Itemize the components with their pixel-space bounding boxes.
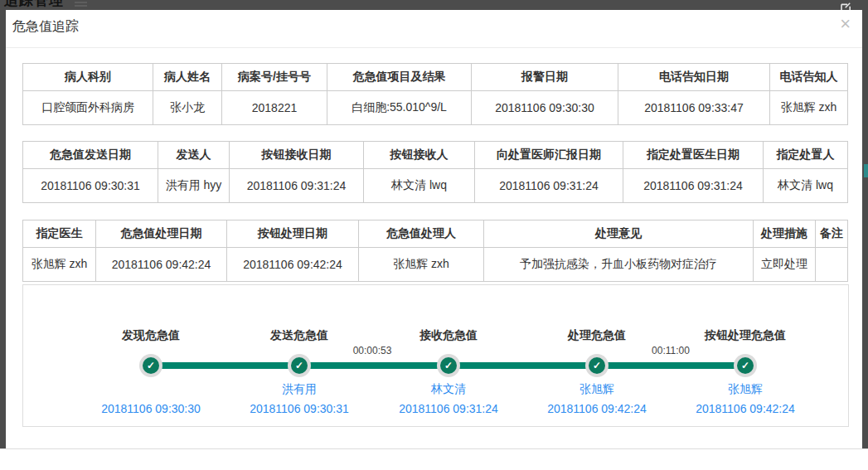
column-header: 按钮接收人	[364, 142, 475, 169]
table-cell: 张小龙	[153, 91, 222, 125]
table-cell: 20181106 09:31:24	[230, 169, 364, 203]
table-cell: 林文清 lwq	[364, 169, 475, 203]
column-header: 危急值处理日期	[96, 220, 227, 248]
step-node: ✓	[139, 354, 162, 377]
column-header: 按钮处理日期	[227, 220, 359, 248]
page-title: 追踪管理	[4, 0, 64, 9]
timeline-step-button-handle: 按钮处理危急值 ✓ 张旭辉 20181106 09:42:24	[671, 285, 820, 426]
column-header: 危急值发送日期	[23, 142, 158, 169]
column-header: 按钮接收日期	[230, 142, 364, 169]
column-header: 处理措施	[754, 220, 816, 248]
table-cell: 20181106 09:31:24	[475, 169, 623, 203]
step-datetime: 20181106 09:31:24	[374, 402, 523, 415]
table-row: 20181106 09:30:31 洪有用 hyy 20181106 09:31…	[23, 169, 848, 203]
check-icon: ✓	[291, 357, 308, 374]
timeline-step-handle: 处理危急值 ✓ 张旭辉 20181106 09:42:24	[522, 285, 672, 426]
table-cell: 立即处理	[754, 248, 816, 282]
table-cell: 20181106 09:42:24	[227, 248, 359, 282]
table-cell: 张旭辉 zxh	[23, 248, 96, 282]
handling-table: 指定医生 危急值处理日期 按钮处理日期 危急值处理人 处理意见 处理措施 备注 …	[22, 220, 848, 282]
step-datetime: 20181106 09:42:24	[522, 402, 672, 415]
column-header: 指定处置医生日期	[623, 142, 764, 169]
column-header: 电话告知人	[770, 64, 848, 91]
patient-info-table: 病人科别 病人姓名 病案号/挂号号 危急值项目及结果 报警日期 电话告知日期 电…	[22, 63, 848, 125]
column-header: 处理意见	[484, 220, 754, 248]
timeline-panel: 00:00:53 00:11:00 发现危急值 ✓ 20181106 09:30…	[22, 284, 849, 427]
table-cell: 予加强抗感染，升血小板药物对症治疗	[484, 248, 754, 282]
step-node: ✓	[437, 354, 460, 377]
table-row: 张旭辉 zxh 20181106 09:42:24 20181106 09:42…	[23, 248, 848, 282]
step-datetime: 20181106 09:30:31	[225, 402, 374, 415]
step-label: 按钮处理危急值	[671, 328, 820, 343]
screen: 追踪管理 危急值追踪 × 病人科别 病人姓名 病案号/挂号号 危急值项目及结果	[0, 0, 868, 470]
column-header: 备注	[816, 220, 848, 248]
column-header: 病案号/挂号号	[222, 64, 327, 91]
column-header: 报警日期	[472, 64, 618, 91]
timeline-step-send: 发送危急值 ✓ 洪有用 20181106 09:30:31	[225, 285, 374, 426]
table-cell: 白细胞:55.010^9/L	[327, 91, 472, 125]
step-label: 发送危急值	[225, 328, 374, 343]
check-icon: ✓	[143, 357, 159, 374]
check-icon: ✓	[589, 357, 605, 374]
table-cell: 20181106 09:30:30	[472, 91, 618, 125]
step-datetime: 20181106 09:42:24	[671, 402, 820, 415]
table-cell: 20181106 09:31:24	[623, 169, 764, 203]
column-header: 指定医生	[23, 220, 96, 248]
step-label: 接收危急值	[374, 328, 523, 343]
column-header: 危急值处理人	[359, 220, 484, 248]
column-header: 病人姓名	[153, 64, 222, 91]
column-header: 指定处置人	[764, 142, 848, 169]
table-cell: 张旭辉 zxh	[359, 248, 484, 282]
step-person: 林文清	[374, 382, 523, 397]
step-label: 处理危急值	[522, 328, 672, 343]
step-label: 发现危急值	[76, 328, 225, 343]
modal-title: 危急值追踪	[12, 18, 79, 36]
table-cell: 林文清 lwq	[764, 169, 848, 203]
table-header-row: 指定医生 危急值处理日期 按钮处理日期 危急值处理人 处理意见 处理措施 备注	[23, 220, 848, 248]
send-receive-table: 危急值发送日期 发送人 按钮接收日期 按钮接收人 向处置医师汇报日期 指定处置医…	[22, 141, 848, 203]
step-datetime: 20181106 09:30:30	[76, 402, 225, 415]
table-cell: 20181106 09:42:24	[96, 248, 227, 282]
table-cell: 洪有用 hyy	[158, 169, 230, 203]
timeline-step-discover: 发现危急值 ✓ 20181106 09:30:30	[76, 285, 225, 426]
table-cell: 张旭辉 zxh	[770, 91, 848, 125]
table-cell: 20181106 09:30:31	[23, 169, 158, 203]
step-person: 洪有用	[225, 382, 374, 397]
close-icon[interactable]: ×	[840, 15, 851, 33]
column-header: 向处置医师汇报日期	[475, 142, 623, 169]
edit-icon[interactable]	[841, 0, 851, 9]
column-header: 电话告知日期	[618, 64, 770, 91]
table-cell	[816, 248, 848, 282]
underlying-page-fragment	[864, 164, 868, 177]
table-cell: 20181106 09:33:47	[618, 91, 770, 125]
step-person: 张旭辉	[671, 382, 820, 397]
check-icon: ✓	[440, 357, 457, 374]
step-node: ✓	[734, 354, 757, 377]
footer-divider	[0, 448, 868, 449]
menu-icon[interactable]	[75, 0, 87, 8]
step-node: ✓	[585, 354, 609, 377]
table-cell: 2018221	[222, 91, 327, 125]
column-header: 发送人	[158, 142, 230, 169]
table-row: 口腔颌面外科病房 张小龙 2018221 白细胞:55.010^9/L 2018…	[23, 91, 848, 125]
critical-value-tracking-modal: 危急值追踪 × 病人科别 病人姓名 病案号/挂号号 危急值项目及结果 报警日期 …	[6, 10, 862, 449]
check-icon: ✓	[737, 357, 754, 374]
timeline-step-receive: 接收危急值 ✓ 林文清 20181106 09:31:24	[374, 285, 523, 426]
table-cell: 口腔颌面外科病房	[23, 91, 153, 125]
title-divider	[6, 47, 862, 48]
step-person: 张旭辉	[522, 382, 672, 397]
step-node: ✓	[288, 354, 311, 377]
column-header: 病人科别	[23, 64, 153, 91]
column-header: 危急值项目及结果	[327, 64, 472, 91]
table-header-row: 病人科别 病人姓名 病案号/挂号号 危急值项目及结果 报警日期 电话告知日期 电…	[23, 64, 848, 91]
table-header-row: 危急值发送日期 发送人 按钮接收日期 按钮接收人 向处置医师汇报日期 指定处置医…	[23, 142, 848, 169]
